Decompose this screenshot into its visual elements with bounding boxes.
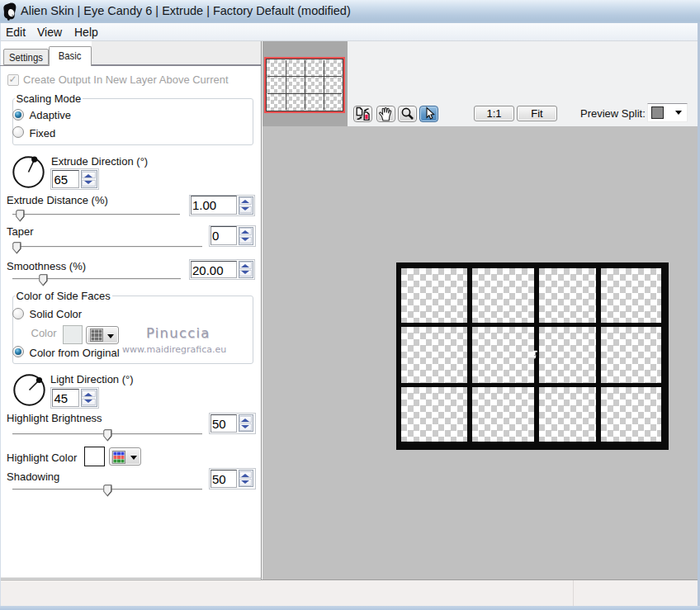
shadowing-label: Shadowing bbox=[7, 471, 59, 483]
extrude-distance-label: Extrude Distance (%) bbox=[7, 194, 108, 206]
radio-adaptive[interactable] bbox=[12, 109, 24, 121]
window-title: Alien Skin | Eye Candy 6 | Extrude | Fac… bbox=[21, 4, 351, 17]
preview-grid-cell bbox=[401, 268, 467, 323]
preview-split-label: Preview Split: bbox=[580, 107, 646, 120]
spin-down-arrow-icon bbox=[84, 400, 92, 403]
swap-preview-icon bbox=[354, 106, 371, 121]
tab-settings[interactable]: Settings bbox=[3, 49, 50, 65]
radio-fixed-label: Fixed bbox=[30, 127, 56, 139]
pointer-tool-button[interactable] bbox=[419, 106, 438, 122]
swap-preview-button[interactable] bbox=[353, 106, 372, 122]
extrude-distance-slider-handle[interactable] bbox=[16, 210, 25, 222]
pan-hand-button[interactable] bbox=[376, 106, 395, 122]
smoothness-slider-handle[interactable] bbox=[39, 274, 48, 286]
spin-down-arrow-icon bbox=[241, 480, 249, 484]
spin-up-arrow-icon bbox=[241, 200, 249, 203]
extrude-direction-input[interactable]: 65 bbox=[52, 170, 79, 189]
smoothness-input[interactable]: 20.00 bbox=[191, 261, 237, 279]
create-output-checkbox[interactable]: ✓ bbox=[7, 74, 19, 86]
highlight-brightness-input[interactable]: 50 bbox=[210, 414, 237, 433]
status-bar bbox=[0, 580, 700, 606]
shadowing-input[interactable]: 50 bbox=[210, 470, 237, 488]
radio-solid-color-label: Solid Color bbox=[30, 308, 83, 320]
taper-spinner[interactable] bbox=[239, 227, 253, 245]
menu-edit[interactable]: Edit bbox=[6, 26, 26, 39]
extrude-distance-slider[interactable] bbox=[12, 214, 180, 215]
color-side-faces-label: Color of Side Faces bbox=[15, 290, 112, 302]
shadowing-spinner[interactable] bbox=[239, 470, 253, 487]
highlight-color-swatch[interactable] bbox=[84, 447, 105, 466]
thumbnail-grid-line bbox=[286, 60, 286, 111]
preview-canvas[interactable] bbox=[262, 126, 698, 579]
slider-handle-icon bbox=[39, 274, 48, 286]
window-frame-bottom bbox=[0, 606, 700, 610]
spin-up-arrow-icon bbox=[84, 393, 92, 396]
settings-panel: Settings Basic ✓ Create Output In New La… bbox=[0, 41, 262, 579]
menu-view[interactable]: View bbox=[37, 26, 62, 39]
smoothness-label: Smoothness (%) bbox=[7, 260, 86, 272]
fit-button[interactable]: Fit bbox=[517, 106, 557, 121]
spin-up-arrow-icon bbox=[241, 230, 249, 234]
solid-color-dropdown[interactable] bbox=[86, 326, 119, 344]
pan-hand-icon bbox=[377, 106, 395, 121]
app-window: Alien Skin | Eye Candy 6 | Extrude | Fac… bbox=[0, 0, 700, 610]
menu-bar: Edit View Help bbox=[0, 23, 700, 41]
light-direction-label: Light Direction (°) bbox=[50, 373, 134, 385]
taper-slider[interactable] bbox=[12, 246, 202, 247]
thumbnail-grid-line bbox=[305, 60, 305, 111]
highlight-brightness-slider-handle[interactable] bbox=[103, 429, 112, 442]
color-grid-icon bbox=[90, 329, 103, 342]
extrude-direction-spinner[interactable] bbox=[81, 170, 97, 188]
light-direction-dial[interactable] bbox=[12, 373, 46, 407]
taper-slider-handle[interactable] bbox=[12, 242, 21, 254]
zoom-1-1-button[interactable]: 1:1 bbox=[474, 106, 514, 121]
navigator-thumbnail[interactable] bbox=[264, 57, 345, 113]
extrude-distance-input[interactable]: 1.00 bbox=[191, 196, 237, 215]
spin-up-arrow-icon bbox=[241, 418, 249, 422]
spin-down-arrow-icon bbox=[241, 207, 249, 210]
light-direction-spinner[interactable] bbox=[81, 389, 97, 407]
extrude-direction-dial[interactable] bbox=[12, 155, 45, 189]
slider-handle-icon bbox=[12, 242, 21, 254]
spin-up-arrow-icon bbox=[241, 474, 249, 477]
dropdown-arrow-icon bbox=[130, 456, 137, 460]
navigator-pad bbox=[262, 41, 348, 126]
watermark-name: Pinuccia bbox=[146, 325, 210, 341]
preview-grid-cell bbox=[472, 387, 534, 442]
preview-grid-cell bbox=[601, 327, 662, 383]
radio-solid-color[interactable] bbox=[12, 308, 24, 319]
extrude-direction-label: Extrude Direction (°) bbox=[51, 155, 148, 168]
preview-split-dropdown[interactable] bbox=[647, 103, 688, 122]
tab-basic[interactable]: Basic bbox=[49, 46, 92, 67]
shadowing-slider-handle[interactable] bbox=[103, 485, 112, 497]
dropdown-arrow-icon bbox=[107, 334, 114, 338]
highlight-brightness-spinner[interactable] bbox=[239, 414, 253, 432]
solid-color-swatch[interactable] bbox=[63, 325, 83, 345]
smoothness-spinner[interactable] bbox=[239, 261, 253, 278]
highlight-color-label: Highlight Color bbox=[7, 452, 77, 464]
title-bar[interactable]: Alien Skin | Eye Candy 6 | Extrude | Fac… bbox=[0, 0, 700, 23]
radio-color-from-original[interactable] bbox=[12, 346, 24, 357]
slider-handle-icon bbox=[103, 485, 112, 497]
watermark-url: www.maidiregrafica.eu bbox=[122, 344, 226, 355]
preview-grid-cell bbox=[539, 327, 596, 383]
panel-bottom-border bbox=[0, 578, 262, 579]
tab-strip-filler bbox=[92, 41, 261, 65]
highlight-color-dropdown[interactable] bbox=[109, 447, 142, 466]
slider-handle-icon bbox=[103, 429, 112, 442]
extrude-distance-spinner[interactable] bbox=[239, 196, 253, 215]
menu-help[interactable]: Help bbox=[74, 26, 98, 39]
spin-up-arrow-icon bbox=[84, 174, 92, 177]
alien-skin-logo-icon bbox=[2, 2, 19, 21]
taper-input[interactable]: 0 bbox=[210, 226, 237, 245]
spin-down-arrow-icon bbox=[241, 238, 249, 241]
zoom-button[interactable] bbox=[398, 106, 417, 122]
color-label: Color bbox=[31, 327, 57, 339]
light-direction-input[interactable]: 45 bbox=[52, 389, 79, 408]
taper-label: Taper bbox=[7, 225, 34, 238]
checkmark-icon: ✓ bbox=[9, 73, 17, 85]
preview-grid-cell bbox=[401, 387, 467, 442]
preview-grid-cell bbox=[601, 387, 662, 442]
highlight-brightness-label: Highlight Brightness bbox=[7, 412, 102, 424]
smoothness-slider[interactable] bbox=[12, 278, 181, 279]
